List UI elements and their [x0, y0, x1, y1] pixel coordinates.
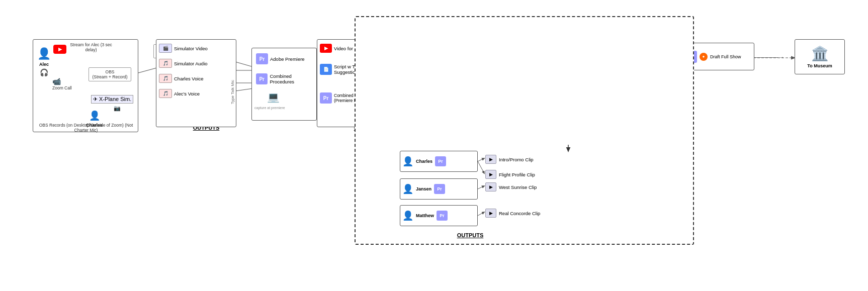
pr-matthew-icon: Pr: [437, 211, 448, 221]
clip-icon-4: ▶: [485, 209, 496, 218]
outputs4-label: OUTPUTS: [568, 148, 639, 154]
caption-premiere: capture at premiere: [254, 106, 285, 110]
outputs5-label: OUTPUTS: [432, 232, 508, 238]
charles-in-guests: Charles: [430, 95, 447, 100]
obs-stream-label: OBS(Stream + Record): [92, 69, 128, 79]
flight-profile-item: ▶ Flight Profile Clip: [485, 170, 535, 179]
alec-label: Alec: [39, 62, 49, 67]
outputs2-box: ▶ Video for Commentary 📄 Script w Times …: [317, 39, 405, 127]
outputs1-box: 🎬 Simulator Video 🎵 Simulator Audio 🎵 Ch…: [156, 39, 236, 127]
from-obs-box: (From OBS) Charles Voice: [471, 77, 536, 85]
sim-video-label: Simulator Video: [174, 46, 208, 51]
pr-icon-2: Pr: [320, 92, 332, 104]
script-times-item: 📄 Script w Times and Topic Suggestions: [320, 64, 394, 75]
charles-person-icon: 👤: [89, 110, 100, 121]
guests-persons: 👤👤: [433, 42, 453, 52]
outputs3-box: ▶ 👤👤 👁 📄 Charles 📹 OBS Records Charter M…: [412, 39, 541, 132]
orange-dot: ●: [700, 53, 708, 61]
from-zoom-label: (From Zoom) Guest Commentary w/ Webcam V…: [471, 98, 536, 111]
draft-fullshow-box: Pr ● Draft Full Show: [681, 43, 754, 70]
zoom-call-node: 📹 Zoom Call: [52, 77, 72, 90]
svg-line-27: [478, 212, 484, 216]
alecs-voice-item: 🎵 Alec's Voice: [159, 89, 200, 98]
intro-promo-item: ▶ Intro/Promo Clip: [485, 155, 534, 164]
outputs4-box: Pr 📄 Combined Procedures Source and Scri…: [553, 39, 654, 145]
sim-video-item: 🎬 Simulator Video: [159, 44, 208, 53]
charles-clips-box: 👤 Charles Pr: [400, 151, 478, 172]
zoom-call-label: Zoom Call: [52, 85, 72, 90]
real-concorde-item: ▶ Real Concorde Clip: [485, 209, 540, 218]
guests-yt-row: ▶: [415, 44, 428, 54]
combined-premiere-label: Combined Procedures (Premiere Project+So…: [334, 93, 394, 103]
jansen-person-icon: 👤: [402, 183, 413, 195]
adobe-premiere-item: Pr Adobe Premiere: [256, 53, 305, 64]
laptop-icon: 💻: [267, 91, 280, 103]
matthew-clips-box: 👤 Matthew Pr: [400, 205, 478, 226]
charles-voice-label: Charles Voice: [174, 76, 204, 81]
commentary-item: 🎬 Commentary: [556, 87, 610, 99]
guests-label: Guests: [412, 30, 429, 36]
to-museum-label: To Museum: [807, 63, 832, 68]
west-sunrise-item: ▶ West Sunrise Clip: [485, 182, 537, 191]
sim-audio-icon: 🎵: [159, 59, 172, 68]
west-sunrise-label: West Sunrise Clip: [499, 184, 537, 190]
sim-video-icon: 🎬: [159, 44, 172, 53]
premiere-box: Pr Adobe Premiere Pr Combined Procedures…: [251, 48, 317, 121]
clip-icon-2: ▶: [485, 170, 496, 179]
clips-icon: 🎬: [556, 118, 568, 129]
svg-line-24: [478, 158, 484, 161]
obs-records-label: OBS Records (on Desktop Outside of Zoom)…: [36, 123, 136, 133]
sim-audio-label: Simulator Audio: [174, 61, 208, 66]
clips-item: 🎬 Clips: [556, 118, 586, 129]
headphone-icon: 🎧: [40, 68, 48, 76]
combined-proc-icon: Pr: [256, 73, 268, 84]
svg-line-26: [478, 186, 484, 189]
arrow-to-museum: ————→: [754, 54, 785, 61]
pr-icon-draft: Pr: [684, 51, 697, 63]
type-talk-label: Type Talk Mic: [230, 80, 235, 104]
charles-clips-person: 👤: [402, 156, 413, 167]
commentary-icon: 🎬: [556, 87, 568, 99]
draft-fullshow-label: Draft Full Show: [710, 54, 741, 59]
alec-youtube-icon: ▶: [53, 45, 66, 54]
video-commentary-item: ▶ Video for Commentary: [320, 44, 382, 53]
combined-proc-item: Pr Combined Procedures: [256, 73, 316, 84]
zoom-icon-2: 📹: [415, 100, 424, 108]
alecs-voice-label: Alec's Voice: [174, 91, 200, 96]
xplane-node: ✈ X-Plane Sim.: [91, 95, 133, 104]
docs-icon-1: 📄: [320, 64, 332, 75]
pr-charles-icon: Pr: [435, 156, 446, 166]
docs-icon-3: 📄: [571, 44, 582, 54]
charles-voice-item: 🎵 Charles Voice: [159, 74, 204, 83]
alec-person-icon: 👤: [37, 47, 51, 60]
script-times-label: Script w Times and Topic Suggestions: [334, 64, 394, 75]
museum-icon: 🏛️: [811, 45, 829, 62]
sim-audio-item: 🎵 Simulator Audio: [159, 59, 208, 68]
jansen-clips-box: 👤 Jansen Pr: [400, 178, 478, 200]
clips-label: Clips: [570, 120, 586, 127]
stream-alec-label: Stream for Alec (3 sec delay): [68, 42, 114, 52]
intro-promo-label: Intro/Promo Clip: [499, 157, 534, 162]
combined-source-label: Combined Procedures Source and Script: [584, 45, 640, 54]
camera-icon: 📷: [114, 105, 121, 112]
clip-icon-1: ▶: [485, 155, 496, 164]
pr-icon-3: Pr: [556, 44, 568, 55]
combined-premiere-item: Pr Combined Procedures (Premiere Project…: [320, 92, 394, 104]
combined-proc-label: Combined Procedures: [270, 73, 316, 84]
commentary-label: Commentary: [570, 89, 610, 97]
video-commentary-label: Video for Commentary: [334, 46, 382, 51]
workflow-diagram: 👤 Alec 🎧 ▶ Stream for Alec (3 sec delay)…: [0, 0, 868, 291]
premiere-icon: Pr: [256, 53, 268, 64]
flight-profile-label: Flight Profile Clip: [499, 172, 535, 177]
yt-guests-icon: ▶: [415, 44, 428, 54]
charles-voice-icon: 🎵: [159, 74, 172, 83]
charles-clips-label: Charles: [416, 159, 432, 164]
pr-jansen-icon: Pr: [434, 184, 445, 194]
svg-line-25: [478, 161, 484, 173]
alecs-voice-icon: 🎵: [159, 89, 172, 98]
adobe-premiere-label: Adobe Premiere: [270, 56, 305, 62]
outputs3-label: OUTPUTS: [430, 136, 510, 142]
from-zoom-box: (From Zoom) Guest Commentary w/ Webcam V…: [471, 98, 536, 111]
jansen-label: Jansen: [416, 186, 431, 191]
combined-source-item: Pr 📄 Combined Procedures Source and Scri…: [556, 44, 640, 55]
